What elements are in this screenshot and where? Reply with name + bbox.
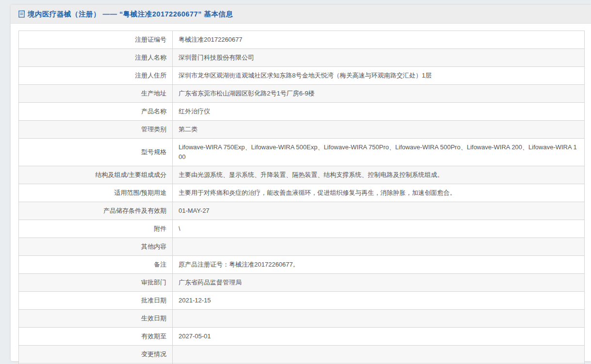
field-label: 注册证编号 xyxy=(19,31,173,49)
field-label: 批准日期 xyxy=(19,292,173,310)
field-label: 审批部门 xyxy=(19,274,173,292)
field-label: 产品储存条件及有效期 xyxy=(19,202,173,220)
field-value xyxy=(173,238,585,256)
field-label: 注册人住所 xyxy=(19,67,173,85)
field-value: 主要用于对疼痛和炎症的治疗，能改善血液循环，促进组织修复与再生，消除肿胀，加速创… xyxy=(173,184,585,202)
table-row: 生效日期 xyxy=(19,310,585,328)
table-row: 生产地址 广东省东莞市松山湖园区彰化路2号1号厂房6-9楼 xyxy=(19,85,585,103)
table-row: 审批部门 广东省药品监督管理局 xyxy=(19,274,585,292)
table-row: 结构及组成/主要组成成分 主要由光源系统、显示系统、升降装置、隔热装置、结构支撑… xyxy=(19,166,585,184)
field-label: 其他内容 xyxy=(19,238,173,256)
table-row: 变更情况 xyxy=(19,346,585,364)
field-label: 有效期至 xyxy=(19,328,173,346)
field-value: 深圳普门科技股份有限公司 xyxy=(173,49,585,67)
table-row: 其他内容 xyxy=(19,238,585,256)
field-value: 深圳市龙华区观湖街道观城社区求知东路8号金地天悦湾（梅关高速与环观南路交汇处）1… xyxy=(173,67,585,85)
table-row: 附件 \ xyxy=(19,220,585,238)
field-value: 第二类 xyxy=(173,121,585,139)
field-value: 广东省药品监督管理局 xyxy=(173,274,585,292)
field-value: Lifowave-WIRA 750Exp、Lifowave-WIRA 500Ex… xyxy=(173,139,585,166)
table-row: 产品储存条件及有效期 01-MAY-27 xyxy=(19,202,585,220)
registration-info-table: 注册证编号 粤械注准20172260677 注册人名称 深圳普门科技股份有限公司… xyxy=(18,31,585,364)
field-label: 型号规格 xyxy=(19,139,173,166)
table-row: 批准日期 2021-12-15 xyxy=(19,292,585,310)
field-label: 管理类别 xyxy=(19,121,173,139)
page-title: 境内医疗器械（注册） —— “粤械注准20172260677” 基本信息 xyxy=(28,10,233,19)
table-wrap: 注册证编号 粤械注准20172260677 注册人名称 深圳普门科技股份有限公司… xyxy=(11,24,591,364)
field-label: 适用范围/预期用途 xyxy=(19,184,173,202)
field-label: 产品名称 xyxy=(19,103,173,121)
field-label: 备注 xyxy=(19,256,173,274)
field-label: 结构及组成/主要组成成分 xyxy=(19,166,173,184)
panel-header: 境内医疗器械（注册） —— “粤械注准20172260677” 基本信息 xyxy=(11,5,591,24)
table-row: 管理类别 第二类 xyxy=(19,121,585,139)
table-row: 备注 原产品注册证号：粤械注准20172260677。 xyxy=(19,256,585,274)
field-value: 红外治疗仪 xyxy=(173,103,585,121)
field-value: 2027-05-01 xyxy=(173,328,585,346)
field-label: 注册人名称 xyxy=(19,49,173,67)
field-value: 粤械注准20172260677 xyxy=(173,31,585,49)
field-value xyxy=(173,346,585,364)
field-value: 广东省东莞市松山湖园区彰化路2号1号厂房6-9楼 xyxy=(173,85,585,103)
field-label: 生效日期 xyxy=(19,310,173,328)
content-panel: 境内医疗器械（注册） —— “粤械注准20172260677” 基本信息 注册证… xyxy=(11,5,591,361)
table-row: 型号规格 Lifowave-WIRA 750Exp、Lifowave-WIRA … xyxy=(19,139,585,166)
field-value: 2021-12-15 xyxy=(173,292,585,310)
document-icon xyxy=(18,10,25,18)
table-row: 有效期至 2027-05-01 xyxy=(19,328,585,346)
table-row: 产品名称 红外治疗仪 xyxy=(19,103,585,121)
table-row: 注册人名称 深圳普门科技股份有限公司 xyxy=(19,49,585,67)
field-label: 变更情况 xyxy=(19,346,173,364)
field-value xyxy=(173,310,585,328)
field-label: 附件 xyxy=(19,220,173,238)
field-value: \ xyxy=(173,220,585,238)
field-value: 原产品注册证号：粤械注准20172260677。 xyxy=(173,256,585,274)
field-value: 主要由光源系统、显示系统、升降装置、隔热装置、结构支撑系统、控制电路及控制系统组… xyxy=(173,166,585,184)
field-label: 生产地址 xyxy=(19,85,173,103)
table-row: 适用范围/预期用途 主要用于对疼痛和炎症的治疗，能改善血液循环，促进组织修复与再… xyxy=(19,184,585,202)
table-row: 注册人住所 深圳市龙华区观湖街道观城社区求知东路8号金地天悦湾（梅关高速与环观南… xyxy=(19,67,585,85)
table-row: 注册证编号 粤械注准20172260677 xyxy=(19,31,585,49)
field-value: 01-MAY-27 xyxy=(173,202,585,220)
